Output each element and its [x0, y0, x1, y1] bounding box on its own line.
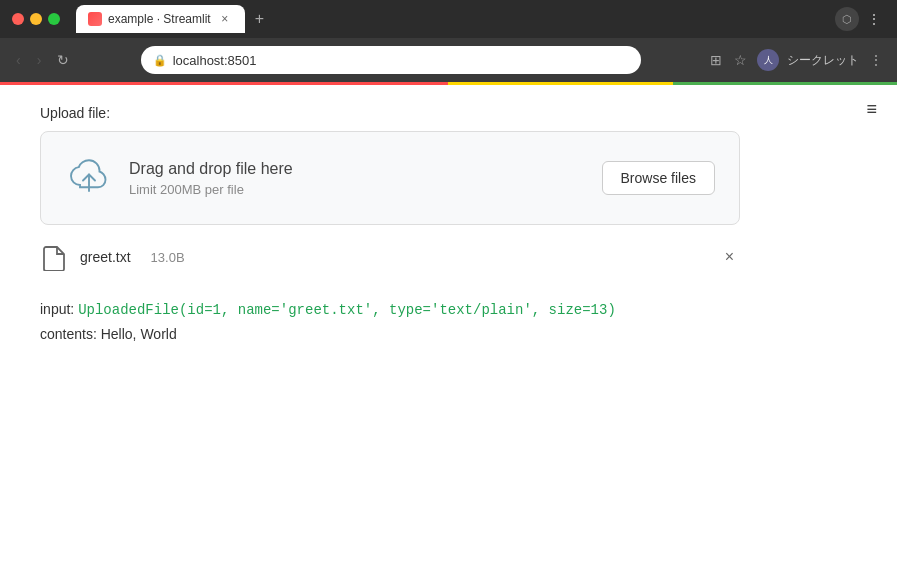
- contents-line: contents: Hello, World: [40, 326, 857, 342]
- input-line: input: UploadedFile(id=1, name='greet.tx…: [40, 301, 857, 318]
- star-icon[interactable]: ☆: [732, 50, 749, 70]
- address-text: localhost:8501: [173, 53, 629, 68]
- tab-favicon: [88, 12, 102, 26]
- new-tab-button[interactable]: +: [249, 10, 270, 28]
- drag-drop-title: Drag and drop file here: [129, 160, 586, 178]
- minimize-button[interactable]: [30, 13, 42, 25]
- browser-menu-button[interactable]: ⋮: [863, 7, 885, 31]
- browser-chrome: example · Streamlit × + ⬡ ⋮ ‹ › ↻ 🔒 loca…: [0, 0, 897, 85]
- browser-titlebar: example · Streamlit × + ⬡ ⋮: [0, 0, 897, 38]
- hamburger-menu-button[interactable]: ≡: [866, 99, 877, 120]
- maximize-button[interactable]: [48, 13, 60, 25]
- reload-button[interactable]: ↻: [53, 50, 73, 70]
- close-button[interactable]: [12, 13, 24, 25]
- remove-file-button[interactable]: ×: [719, 246, 740, 268]
- lock-icon: 🔒: [153, 54, 167, 67]
- dropzone-text: Drag and drop file here Limit 200MB per …: [129, 160, 586, 197]
- page-content: ≡ Upload file: Drag and drop file here L…: [0, 85, 897, 564]
- more-icon[interactable]: ⋮: [867, 50, 885, 70]
- extensions-button[interactable]: ⬡: [835, 7, 859, 31]
- tab-title: example · Streamlit: [108, 12, 211, 26]
- incognito-label: シークレット: [787, 52, 859, 69]
- translate-icon[interactable]: ⊞: [708, 50, 724, 70]
- file-size: 13.0B: [151, 250, 185, 265]
- drag-drop-limit: Limit 200MB per file: [129, 182, 586, 197]
- toolbar-right: ⊞ ☆ 人 シークレット ⋮: [708, 49, 885, 71]
- profile-button[interactable]: 人: [757, 49, 779, 71]
- address-bar: ‹ › ↻ 🔒 localhost:8501 ⊞ ☆ 人 シークレット ⋮: [0, 38, 897, 82]
- browse-files-button[interactable]: Browse files: [602, 161, 715, 195]
- tab-bar: example · Streamlit × +: [76, 5, 827, 33]
- back-button[interactable]: ‹: [12, 50, 25, 70]
- upload-label: Upload file:: [40, 105, 857, 121]
- address-input[interactable]: 🔒 localhost:8501: [141, 46, 641, 74]
- browser-controls-right: ⬡ ⋮: [835, 7, 885, 31]
- upload-dropzone[interactable]: Drag and drop file here Limit 200MB per …: [40, 131, 740, 225]
- active-tab[interactable]: example · Streamlit ×: [76, 5, 245, 33]
- input-code: UploadedFile(id=1, name='greet.txt', typ…: [78, 302, 616, 318]
- file-icon: [40, 243, 68, 271]
- forward-button[interactable]: ›: [33, 50, 46, 70]
- tab-close-icon[interactable]: ×: [217, 12, 233, 26]
- input-prefix: input:: [40, 301, 78, 317]
- uploaded-file-item: greet.txt 13.0B ×: [40, 233, 740, 281]
- file-name: greet.txt: [80, 249, 131, 265]
- traffic-lights: [12, 13, 60, 25]
- cloud-upload-icon: [65, 152, 113, 204]
